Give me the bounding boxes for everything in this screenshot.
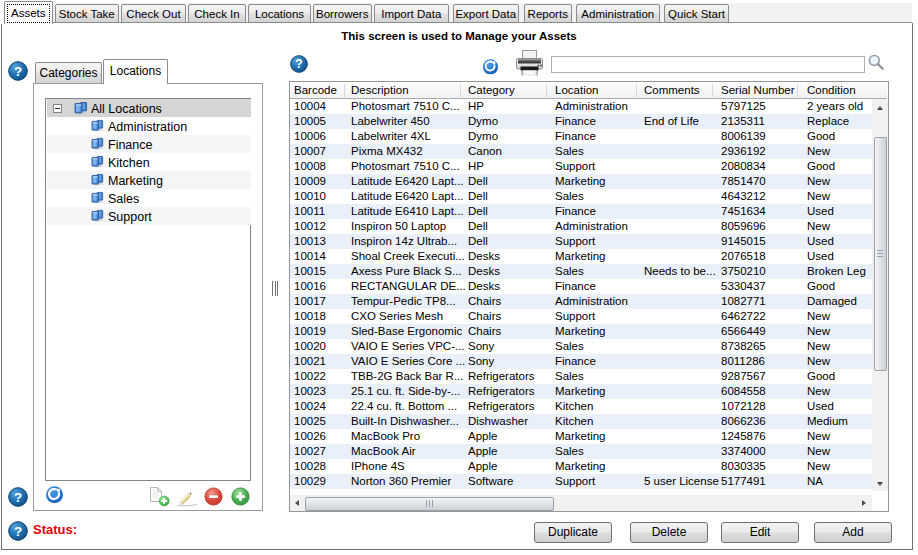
svg-text:?: ? (14, 524, 22, 539)
svg-text:?: ? (14, 490, 22, 505)
svg-text:?: ? (14, 64, 22, 79)
svg-text:?: ? (295, 57, 302, 71)
